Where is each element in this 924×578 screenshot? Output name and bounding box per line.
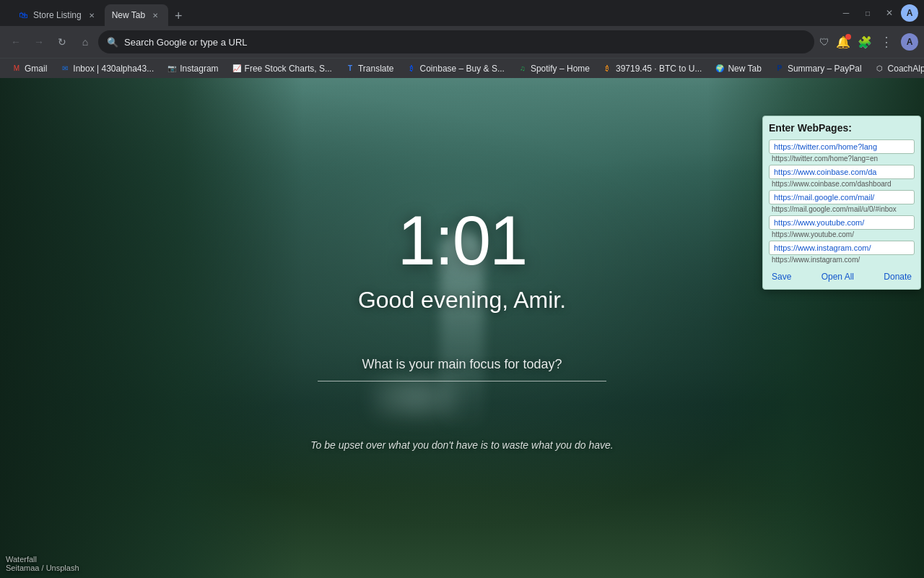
toolbar: ← → ↻ ⌂ 🔍 Search Google or type a URL 🛡 … bbox=[0, 26, 924, 58]
bookmark-paypal-label: Summary – PayPal bbox=[788, 64, 862, 74]
address-text: Search Google or type a URL bbox=[124, 37, 806, 48]
content-area: 1:01 Good evening, Amir. What is your ma… bbox=[0, 78, 924, 578]
bookmark-btc-label: 39719.45 · BTC to U... bbox=[616, 64, 702, 74]
instagram-favicon: 📷 bbox=[167, 64, 177, 74]
more-menu-button[interactable]: ⋮ bbox=[876, 32, 897, 52]
back-button[interactable]: ← bbox=[6, 32, 26, 52]
bookmark-paypal[interactable]: P Summary – PayPal bbox=[769, 61, 868, 77]
donate-button[interactable]: Donate bbox=[881, 270, 915, 283]
focus-prompt: What is your main focus for today? bbox=[362, 357, 562, 372]
bookmark-coinbase-label: Coinbase – Buy & S... bbox=[420, 64, 505, 74]
watermark-credit: Seitamaa / Unsplash bbox=[6, 564, 79, 572]
url-entry-instagram: https://www.instagram.com/ https://www.i… bbox=[769, 241, 915, 264]
coinbase-favicon: ₿ bbox=[407, 64, 417, 74]
home-button[interactable]: ⌂ bbox=[75, 32, 95, 52]
popup-title: Enter WebPages: bbox=[769, 122, 915, 134]
open-all-button[interactable]: Open All bbox=[819, 270, 857, 283]
reload-button[interactable]: ↻ bbox=[52, 32, 72, 52]
save-button[interactable]: Save bbox=[769, 270, 794, 283]
bookmark-stocks-label: Free Stock Charts, S... bbox=[245, 64, 332, 74]
tab-label-store: Store Listing bbox=[33, 10, 82, 20]
tab-new-tab[interactable]: New Tab ✕ bbox=[105, 4, 168, 26]
url-entry-coinbase: https://www.coinbase.com/da https://www.… bbox=[769, 165, 915, 189]
url-btn-coinbase[interactable]: https://www.coinbase.com/da bbox=[769, 165, 915, 179]
url-entry-twitter: https://twitter.com/home?lang https://tw… bbox=[769, 139, 915, 163]
title-bar: 🛍 Store Listing ✕ New Tab ✕ + ─ □ ✕ A bbox=[0, 0, 924, 26]
photo-credit: Waterfall Seitamaa / Unsplash bbox=[6, 555, 79, 572]
tab-close-store[interactable]: ✕ bbox=[86, 9, 97, 21]
gmail-favicon: M bbox=[12, 64, 22, 74]
bookmark-gmail[interactable]: M Gmail bbox=[6, 61, 53, 77]
btc-favicon: ₿ bbox=[603, 64, 613, 74]
bookmark-spotify[interactable]: ♫ Spotify – Home bbox=[512, 61, 596, 77]
extensions-button[interactable]: 🧩 bbox=[855, 32, 875, 52]
bookmark-gmail-label: Gmail bbox=[25, 64, 47, 74]
tab-favicon-store: 🛍 bbox=[19, 10, 29, 20]
bookmark-instagram[interactable]: 📷 Instagram bbox=[161, 61, 224, 77]
notifications-button[interactable]: 🔔 bbox=[833, 32, 853, 52]
url-btn-gmail[interactable]: https://mail.google.com/mail/ bbox=[769, 190, 915, 204]
shield-icon[interactable]: 🛡 bbox=[817, 35, 832, 49]
window-maximize-btn[interactable]: □ bbox=[858, 3, 878, 23]
forward-button[interactable]: → bbox=[29, 32, 49, 52]
popup-actions: Save Open All Donate bbox=[769, 270, 915, 283]
new-tab-button[interactable]: + bbox=[168, 6, 188, 26]
profile-avatar[interactable]: A bbox=[901, 4, 918, 22]
address-bar[interactable]: 🔍 Search Google or type a URL bbox=[98, 30, 814, 53]
url-btn-youtube[interactable]: https://www.youtube.com/ bbox=[769, 215, 915, 230]
clock-display: 1:01 bbox=[398, 206, 527, 275]
earth-favicon: 🌍 bbox=[715, 64, 725, 74]
bookmark-earth2[interactable]: 🌍 New Tab bbox=[709, 61, 767, 77]
bookmark-spotify-label: Spotify – Home bbox=[531, 64, 590, 74]
tab-close-newtab[interactable]: ✕ bbox=[149, 9, 161, 21]
webpages-popup: Enter WebPages: https://twitter.com/home… bbox=[762, 116, 921, 290]
translate-favicon: T bbox=[345, 64, 355, 74]
tab-store-listing[interactable]: 🛍 Store Listing ✕ bbox=[12, 4, 105, 26]
bookmark-github-label: CoachAlpha (Coach... bbox=[888, 64, 924, 74]
window-minimize-btn[interactable]: ─ bbox=[836, 3, 856, 23]
url-full-gmail: https://mail.google.com/mail/u/0/#inbox bbox=[769, 204, 915, 214]
bookmarks-bar: M Gmail ✉ Inbox | 430alpha43... 📷 Instag… bbox=[0, 58, 924, 78]
window-close-btn[interactable]: ✕ bbox=[879, 3, 899, 23]
profile-button[interactable]: A bbox=[901, 33, 918, 51]
bookmark-earth-label: New Tab bbox=[728, 64, 761, 74]
bookmark-coinbase[interactable]: ₿ Coinbase – Buy & S... bbox=[401, 61, 510, 77]
tab-label-newtab: New Tab bbox=[112, 10, 145, 20]
url-full-youtube: https://www.youtube.com/ bbox=[769, 230, 915, 239]
url-full-twitter: https://twitter.com/home?lang=en bbox=[769, 154, 915, 163]
url-entry-youtube: https://www.youtube.com/ https://www.you… bbox=[769, 215, 915, 239]
bookmark-instagram-label: Instagram bbox=[180, 64, 218, 74]
tabs-bar: 🛍 Store Listing ✕ New Tab ✕ + bbox=[12, 0, 830, 26]
notification-dot bbox=[845, 34, 851, 40]
bookmark-github[interactable]: ⬡ CoachAlpha (Coach... bbox=[869, 61, 924, 77]
focus-input-line bbox=[318, 381, 606, 381]
stocks-favicon: 📈 bbox=[232, 64, 242, 74]
bookmark-stocks[interactable]: 📈 Free Stock Charts, S... bbox=[226, 61, 338, 77]
spotify-favicon: ♫ bbox=[518, 64, 528, 74]
greeting-text: Good evening, Amir. bbox=[358, 287, 566, 314]
watermark-title: Waterfall bbox=[6, 555, 79, 564]
url-full-coinbase: https://www.coinbase.com/dashboard bbox=[769, 179, 915, 189]
toolbar-right: 🛡 🔔 🧩 ⋮ A bbox=[817, 32, 918, 52]
bookmark-translate-label: Translate bbox=[358, 64, 394, 74]
bookmark-btc[interactable]: ₿ 39719.45 · BTC to U... bbox=[597, 61, 707, 77]
github-favicon: ⬡ bbox=[875, 64, 885, 74]
paypal-favicon: P bbox=[775, 64, 785, 74]
quote-text: To be upset over what you don't have is … bbox=[310, 439, 613, 451]
search-icon: 🔍 bbox=[107, 37, 118, 48]
url-full-instagram: https://www.instagram.com/ bbox=[769, 255, 915, 264]
url-btn-twitter[interactable]: https://twitter.com/home?lang bbox=[769, 139, 915, 154]
bookmark-inbox-label: Inbox | 430alpha43... bbox=[73, 64, 154, 74]
url-btn-instagram[interactable]: https://www.instagram.com/ bbox=[769, 241, 915, 255]
bookmark-inbox[interactable]: ✉ Inbox | 430alpha43... bbox=[54, 61, 160, 77]
bookmark-translate[interactable]: T Translate bbox=[339, 61, 400, 77]
url-entry-gmail: https://mail.google.com/mail/ https://ma… bbox=[769, 190, 915, 214]
inbox-favicon: ✉ bbox=[60, 64, 70, 74]
